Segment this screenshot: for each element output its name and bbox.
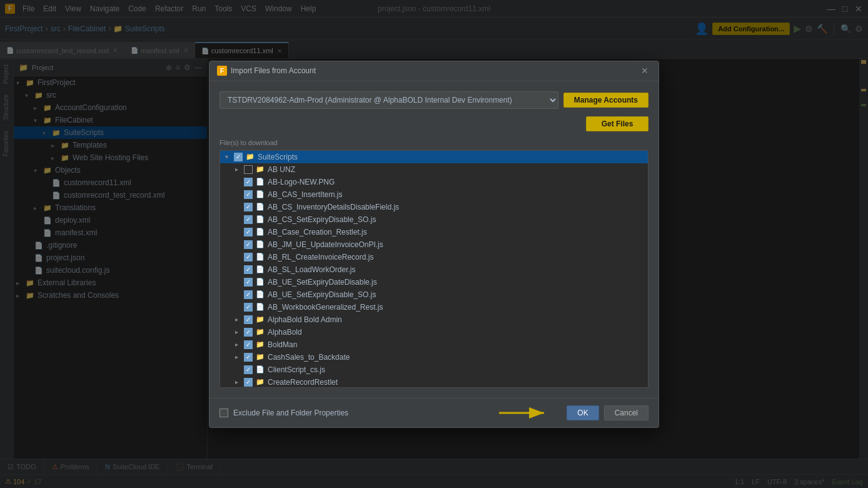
ft-checkbox[interactable]: ✓ (244, 290, 253, 299)
ft-arrow: ▸ (235, 328, 244, 335)
ft-icon: 📁 (255, 377, 265, 387)
ft-icon: 📄 (255, 177, 265, 187)
ft-icon: 📄 (255, 240, 265, 250)
ft-item-ab-workbookgeneralized-rest-js[interactable]: ✓ 📄 AB_WorkbookGeneralized_Rest.js (220, 301, 648, 313)
ft-item-ab-sl-loadworkorder-js[interactable]: ✓ 📄 AB_SL_LoadWorkOrder.js (220, 263, 648, 276)
modal-close-button[interactable]: ✕ (638, 64, 651, 77)
ft-icon: 📁 (245, 152, 255, 162)
ft-icon: 📄 (255, 277, 265, 287)
ft-arrow: ▸ (235, 379, 244, 385)
ft-label: AB UNZ (268, 165, 295, 174)
ok-button[interactable]: OK (567, 405, 598, 420)
ft-item-ab-cs-setexpirydisable-so-js[interactable]: ✓ 📄 AB_CS_SetExpiryDisable_SO.js (220, 213, 648, 226)
account-row: TSTDRV2084962-Adm-Prod (Administrator @ … (220, 91, 648, 109)
ft-arrow: ▾ (225, 153, 234, 160)
exclude-checkbox[interactable] (220, 409, 228, 417)
modal-titlebar: F Import Files from Account ✕ (209, 61, 659, 81)
ft-arrow: ▸ (235, 341, 244, 348)
ft-icon: 📄 (255, 252, 265, 262)
ft-item-cashsales-to-backdate[interactable]: ▸ ✓ 📁 CashSales_to_Backdate (220, 351, 648, 363)
ft-icon: 📄 (255, 290, 265, 300)
ft-label: AlphaBold (268, 328, 302, 337)
ft-item-alphabold[interactable]: ▸ ✓ 📁 AlphaBold (220, 326, 648, 338)
ft-checkbox[interactable]: ✓ (244, 353, 253, 362)
ft-icon: 📄 (255, 227, 265, 237)
ft-item-boldman[interactable]: ▸ ✓ 📁 BoldMan (220, 338, 648, 351)
ft-arrow: ▸ (235, 353, 244, 360)
ft-label: AB_JM_UE_UpdateInvoiceOnPI.js (268, 240, 383, 249)
ft-icon: 📄 (255, 265, 265, 275)
ft-item-alphabold-bold-admin[interactable]: ▸ ✓ 📁 AlphaBold Bold Admin (220, 313, 648, 326)
ft-checkbox[interactable]: ✓ (234, 153, 243, 161)
ft-item-clientscript-cs-js[interactable]: ✓ 📄 ClientScript_cs.js (220, 363, 648, 376)
ft-label: AB_UE_SetExpiryDisable_SO.js (268, 290, 376, 299)
manage-accounts-button[interactable]: Manage Accounts (563, 93, 648, 108)
ft-item-ab-logo-new-png[interactable]: ✓ 📄 AB-Logo-NEW.PNG (220, 176, 648, 188)
ft-checkbox[interactable]: ✓ (244, 240, 253, 249)
ft-label: AB_CS_InventoryDetailsDisableField.js (268, 203, 399, 211)
file-tree[interactable]: ▾ ✓ 📁 SuiteScripts ▸ 📁 AB UNZ ✓ 📄 AB-Log… (220, 150, 648, 388)
ft-label: SuiteScripts (258, 153, 298, 161)
ft-checkbox[interactable]: ✓ (244, 303, 253, 312)
ft-checkbox[interactable]: ✓ (244, 265, 253, 274)
ft-icon: 📄 (255, 215, 265, 225)
modal-icon: F (217, 66, 227, 76)
ft-label: AB-Logo-NEW.PNG (268, 178, 335, 186)
ft-arrow: ▸ (235, 166, 244, 173)
ft-icon: 📁 (255, 340, 265, 350)
ft-checkbox[interactable]: ✓ (244, 228, 253, 236)
ft-label: CashSales_to_Backdate (268, 353, 350, 362)
ft-item-ab-cs-inventorydetailsdisablefield-js[interactable]: ✓ 📄 AB_CS_InventoryDetailsDisableField.j… (220, 201, 648, 213)
footer-buttons: OK Cancel (499, 404, 648, 422)
get-files-button[interactable]: Get Files (586, 116, 648, 131)
ft-checkbox[interactable]: ✓ (244, 315, 253, 324)
ft-checkbox[interactable]: ✓ (244, 365, 253, 374)
ft-item-ab-cas-insertitem-js[interactable]: ✓ 📄 AB_CAS_InsertItem.js (220, 188, 648, 201)
files-label: File(s) to download (220, 139, 648, 146)
ft-checkbox[interactable]: ✓ (244, 215, 253, 224)
cancel-button[interactable]: Cancel (604, 405, 648, 420)
ft-item-ab-case-creation-restlet-js[interactable]: ✓ 📄 AB_Case_Creation_Restlet.js (220, 226, 648, 238)
modal-overlay: F Import Files from Account ✕ TSTDRV2084… (0, 0, 868, 488)
modal-title: Import Files from Account (231, 66, 638, 75)
ft-checkbox[interactable]: ✓ (244, 203, 253, 211)
ft-label: CreateRecordRestlet (268, 378, 338, 387)
ft-icon: 📄 (255, 302, 265, 312)
modal-footer: Exclude File and Folder Properties OK Ca… (209, 398, 659, 427)
ft-checkbox[interactable]: ✓ (244, 178, 253, 186)
ft-label: AlphaBold Bold Admin (268, 315, 342, 324)
ft-label: AB_Case_Creation_Restlet.js (268, 228, 367, 236)
ft-icon: 📄 (255, 190, 265, 200)
ft-label: BoldMan (268, 340, 297, 349)
ft-icon: 📄 (255, 202, 265, 212)
modal-body: TSTDRV2084962-Adm-Prod (Administrator @ … (209, 81, 659, 398)
ft-label: AB_WorkbookGeneralized_Rest.js (268, 303, 383, 312)
ft-item-ab-ue-setexpirydisable-so-js[interactable]: ✓ 📄 AB_UE_SetExpiryDisable_SO.js (220, 288, 648, 301)
ft-checkbox[interactable]: ✓ (244, 278, 253, 287)
ft-arrow: ▸ (235, 316, 244, 323)
ft-icon: 📁 (255, 165, 265, 175)
ft-icon: 📄 (255, 365, 265, 375)
ft-checkbox[interactable] (244, 165, 253, 174)
ft-label: AB_SL_LoadWorkOrder.js (268, 265, 356, 274)
ft-checkbox[interactable]: ✓ (244, 190, 253, 199)
ft-checkbox[interactable]: ✓ (244, 340, 253, 349)
ft-label: AB_UE_SetExpiryDateDisable.js (268, 278, 377, 287)
ft-item-createrecordrestlet[interactable]: ▸ ✓ 📁 CreateRecordRestlet (220, 376, 648, 388)
import-files-modal: F Import Files from Account ✕ TSTDRV2084… (209, 61, 659, 428)
ft-checkbox[interactable]: ✓ (244, 378, 253, 387)
arrow-graphic (499, 404, 562, 422)
ft-item-ab-rl-createinvoicerecord-js[interactable]: ✓ 📄 AB_RL_CreateInvoiceRecord.js (220, 251, 648, 263)
ft-item-ab-jm-ue-updateinvoiceonpi-js[interactable]: ✓ 📄 AB_JM_UE_UpdateInvoiceOnPI.js (220, 238, 648, 251)
ft-label: AB_CS_SetExpiryDisable_SO.js (268, 215, 376, 224)
ft-icon: 📁 (255, 315, 265, 325)
account-select[interactable]: TSTDRV2084962-Adm-Prod (Administrator @ … (220, 91, 558, 109)
ft-label: AB_CAS_InsertItem.js (268, 190, 342, 199)
ft-checkbox[interactable]: ✓ (244, 328, 253, 337)
ft-checkbox[interactable]: ✓ (244, 253, 253, 262)
ft-item-suitescripts[interactable]: ▾ ✓ 📁 SuiteScripts (220, 151, 648, 163)
ft-item-ab-unz[interactable]: ▸ 📁 AB UNZ (220, 163, 648, 176)
ft-item-ab-ue-setexpirydatedisable-js[interactable]: ✓ 📄 AB_UE_SetExpiryDateDisable.js (220, 276, 648, 288)
ft-icon: 📁 (255, 327, 265, 337)
ft-label: ClientScript_cs.js (268, 365, 325, 374)
